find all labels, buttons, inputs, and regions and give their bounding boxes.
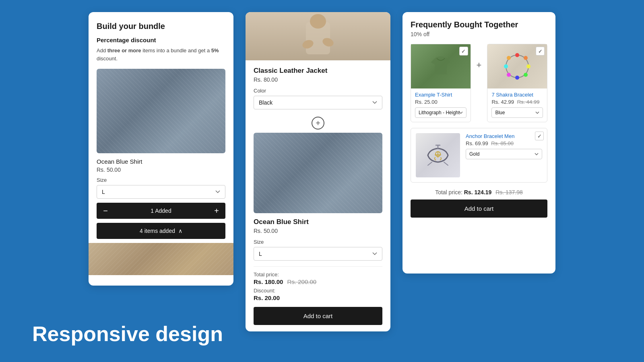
qty-minus-btn[interactable]: − [97, 203, 114, 219]
fbt-total-value: Rs. 124.19 [464, 189, 492, 195]
left-product-price: Rs. 50.00 [97, 167, 225, 173]
left-panel: Build your bundle Percentage discount Ad… [89, 12, 233, 286]
middle-color-label: Color [254, 88, 382, 94]
jacket-figure-top [294, 14, 342, 60]
items-added-bar[interactable]: 4 items added ∧ [97, 223, 225, 239]
fbt-product3-name: Anchor Bracelet Men [466, 133, 542, 139]
left-size-label: Size [97, 177, 225, 183]
middle-product1-price: Rs. 80.00 [254, 76, 382, 83]
fbt-discount-label: 10% off [411, 31, 547, 37]
responsive-design-text: Responsive design [32, 322, 223, 346]
left-product-name: Ocean Blue Shirt [97, 158, 225, 165]
svg-point-8 [524, 73, 528, 77]
fbt-product2-card: ✓ 7 Shakra Bracelet Rs. 42.99 Rs. 44.99 … [487, 44, 547, 122]
middle-product2-image [254, 133, 382, 213]
qty-control: − 1 Added + [97, 203, 225, 219]
fbt-total-label: Total price: [435, 189, 462, 195]
items-added-text: 4 items added [140, 228, 175, 234]
fbt-total-original: Rs. 137.98 [495, 189, 523, 195]
svg-point-9 [515, 76, 519, 80]
middle-top-image [246, 12, 390, 60]
svg-point-10 [507, 73, 511, 77]
plus-circle: + [254, 117, 382, 130]
fbt-plus-sign: + [475, 60, 483, 70]
middle-total-value: Rs. 180.00 Rs. 200.00 [254, 278, 382, 285]
fbt-product3-variant-select[interactable]: Gold Silver Black [466, 149, 542, 159]
items-added-chevron: ∧ [178, 228, 182, 234]
fbt-product1-card: ✓ Example T-Shirt Rs. 25.00 Lithograph -… [411, 44, 471, 122]
main-container: Build your bundle Percentage discount Ad… [0, 0, 644, 362]
fbt-product2-variant-select[interactable]: Blue Red Green [491, 107, 543, 118]
middle-panel: Classic Leather Jacket Rs. 80.00 Color B… [246, 12, 390, 331]
left-size-select[interactable]: L XS S M XL XXL [97, 185, 225, 199]
fbt-product3-check[interactable]: ✓ [535, 132, 544, 140]
svg-point-1 [310, 14, 326, 29]
fbt-product2-name: 7 Shakra Bracelet [491, 92, 543, 98]
plus-icon: + [312, 117, 324, 130]
right-panel: Frequently Bought Together 10% off ✓ Exa… [402, 12, 555, 274]
fbt-product1-variant-select[interactable]: Lithograph - Height Option 2 [415, 107, 466, 118]
middle-color-select[interactable]: Black Brown Tan [254, 96, 382, 109]
fbt-product2-price: Rs. 42.99 Rs. 44.99 [491, 99, 543, 105]
discount-description: Add three or more items into a bundle an… [97, 47, 225, 62]
middle-total-label: Total price: [254, 272, 382, 278]
middle-product2-name: Ocean Blue Shirt [254, 218, 382, 226]
svg-point-6 [524, 56, 528, 60]
fbt-product1-check[interactable]: ✓ [459, 47, 468, 56]
qty-plus-btn[interactable]: + [208, 203, 225, 219]
svg-point-12 [507, 56, 511, 60]
bundle-title: Build your bundle [97, 22, 225, 31]
svg-point-5 [515, 53, 519, 57]
middle-product1-name: Classic Leather Jacket [254, 67, 382, 75]
middle-product2-price: Rs. 50.00 [254, 228, 382, 234]
middle-add-to-cart-btn[interactable]: Add to cart [254, 307, 382, 325]
fbt-total-price: Total price: Rs. 124.19 Rs. 137.98 [411, 189, 547, 195]
fbt-product1-name: Example T-Shirt [415, 92, 466, 98]
bottom-image-strip [89, 243, 233, 275]
middle-total-section: Total price: Rs. 180.00 Rs. 200.00 Disco… [254, 266, 382, 325]
fbt-product3-card: Anchor Bracelet Men Rs. 69.99 Rs. 85.00 … [411, 128, 547, 183]
middle-content: Classic Leather Jacket Rs. 80.00 Color B… [246, 60, 390, 331]
middle-discount-label: Discount: [254, 288, 382, 294]
left-product-image [97, 69, 225, 153]
fbt-product1-price: Rs. 25.00 [415, 99, 466, 105]
fbt-add-to-cart-btn[interactable]: Add to cart [411, 200, 547, 218]
fbt-product2-check[interactable]: ✓ [536, 47, 545, 56]
fbt-product3-image [416, 133, 460, 177]
fbt-title: Frequently Bought Together [411, 20, 547, 29]
middle-discount-value: Rs. 20.00 [254, 294, 382, 301]
middle-size-select[interactable]: L XS S M XL XXL [254, 247, 382, 261]
qty-added-label: 1 Added [114, 208, 208, 214]
middle-size-label: Size [254, 239, 382, 245]
svg-point-7 [526, 64, 530, 68]
svg-point-11 [504, 64, 508, 68]
discount-badge: Percentage discount [97, 37, 225, 43]
fbt-top-row: ✓ Example T-Shirt Rs. 25.00 Lithograph -… [411, 44, 547, 122]
fbt-product3-price: Rs. 69.99 Rs. 85.00 [466, 140, 542, 146]
